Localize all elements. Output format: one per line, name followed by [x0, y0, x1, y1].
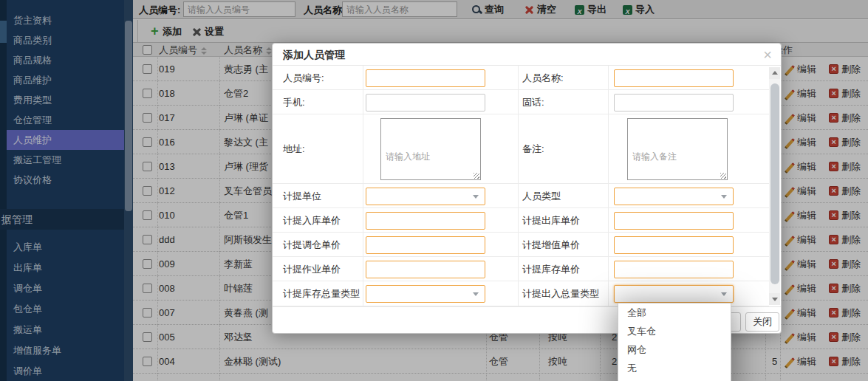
- scroll-down-icon[interactable]: [769, 293, 780, 305]
- field-label: 计提出入总量类型: [522, 281, 599, 306]
- field-label: 固话:: [522, 90, 544, 114]
- dropdown-option[interactable]: 全部: [618, 303, 731, 322]
- field-label: 计提库存总量类型: [283, 281, 360, 306]
- modal-form-row: 地址:备注:请输入地址请输入备注: [273, 114, 769, 184]
- dropdown-option[interactable]: 无: [618, 359, 731, 377]
- input-field[interactable]: [366, 94, 485, 111]
- add-personnel-modal: 添加人员管理 × 人员编号:人员名称:手机:固话:地址:备注:请输入地址请输入备…: [272, 43, 782, 334]
- input-field[interactable]: [366, 212, 485, 230]
- field-label: 手机:: [283, 90, 305, 114]
- field-label: 计提库存单价: [522, 257, 580, 281]
- modal-form-row: 计提作业单价计提库存单价: [273, 257, 769, 281]
- dropdown-options-list: 全部叉车仓网仓无: [618, 303, 731, 381]
- modal-form-row: 计提单位人员类型: [273, 184, 769, 208]
- input-field[interactable]: [366, 236, 485, 254]
- modal-title: 添加人员管理: [283, 44, 345, 66]
- field-label: 计提作业单价: [283, 257, 341, 281]
- field-label: 计提调仓单价: [283, 233, 341, 257]
- close-icon[interactable]: ×: [763, 45, 772, 64]
- modal-header: 添加人员管理 ×: [273, 44, 781, 66]
- chevron-down-icon: [473, 195, 479, 199]
- select-field[interactable]: [614, 188, 734, 205]
- modal-form-row: 计提调仓单价计提增值单价: [273, 233, 769, 257]
- field-label: 计提出库单价: [522, 208, 580, 233]
- dropdown-option[interactable]: 叉车仓: [618, 322, 731, 340]
- modal-close-button[interactable]: 关闭: [745, 312, 779, 332]
- field-label: 地址:: [283, 114, 305, 184]
- input-field[interactable]: [614, 236, 734, 254]
- input-field[interactable]: [366, 69, 485, 87]
- input-field[interactable]: [614, 261, 734, 278]
- input-field[interactable]: [614, 212, 734, 230]
- select-field[interactable]: [366, 188, 485, 205]
- modal-form-row: 计提入库单价计提出库单价: [273, 208, 769, 233]
- textarea-placeholder: 请输入备注: [632, 122, 677, 191]
- field-label: 人员编号:: [283, 66, 324, 90]
- modal-scrollbar-thumb[interactable]: [770, 83, 779, 284]
- input-field[interactable]: [614, 69, 734, 87]
- input-field[interactable]: [366, 261, 485, 278]
- field-label: 计提单位: [283, 184, 321, 208]
- textarea-field[interactable]: 请输入地址: [380, 118, 481, 180]
- scroll-up-icon[interactable]: [769, 67, 780, 79]
- field-label: 计提入库单价: [283, 208, 341, 233]
- screen: 货主资料商品类别商品规格商品维护费用类型仓位管理人员维护搬运工管理协议价格据管理…: [0, 0, 868, 381]
- chevron-down-icon: [721, 195, 727, 199]
- modal-scrollbar[interactable]: [769, 67, 780, 305]
- chevron-down-icon: [721, 292, 727, 296]
- dropdown-option[interactable]: 网仓: [618, 340, 731, 359]
- field-label: 计提增值单价: [522, 233, 580, 257]
- field-label: 备注:: [522, 114, 544, 184]
- modal-form-row: 人员编号:人员名称:: [273, 66, 769, 90]
- field-label: 人员类型: [522, 184, 561, 208]
- modal-form-row: 手机:固话:: [273, 90, 769, 114]
- select-field[interactable]: [366, 285, 485, 303]
- input-field[interactable]: [614, 94, 734, 111]
- modal-body: 人员编号:人员名称:手机:固话:地址:备注:请输入地址请输入备注计提单位人员类型…: [273, 66, 781, 306]
- field-label: 人员名称:: [522, 66, 564, 90]
- chevron-down-icon: [473, 292, 479, 296]
- textarea-placeholder: 请输入地址: [386, 122, 430, 191]
- textarea-field[interactable]: 请输入备注: [627, 118, 728, 180]
- select-field[interactable]: [614, 285, 734, 303]
